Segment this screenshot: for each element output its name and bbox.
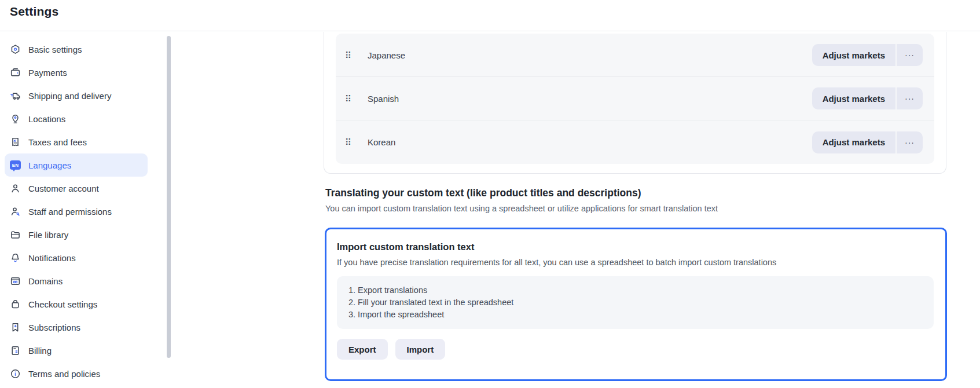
sidebar-item-label: Checkout settings [28, 299, 97, 309]
more-options-button[interactable]: ··· [897, 131, 923, 153]
invoice-icon [10, 345, 21, 356]
import-button[interactable]: Import [395, 339, 446, 360]
import-card-description: If you have precise translation requirem… [337, 258, 934, 267]
sidebar-item-customer-account[interactable]: Customer account [5, 177, 148, 200]
browser-link-icon [10, 276, 21, 287]
page-title: Settings [10, 5, 58, 19]
truck-icon [10, 90, 21, 101]
sidebar-item-label: Subscriptions [28, 323, 80, 332]
import-step-3: 3. Import the spreadsheet [348, 309, 934, 321]
drag-handle-icon[interactable]: ⠿ [345, 138, 357, 147]
wallet-icon [10, 67, 21, 78]
language-name: Japanese [368, 50, 405, 60]
adjust-markets-button[interactable]: Adjust markets [812, 44, 895, 66]
sidebar-item-staff[interactable]: Staff and permissions [5, 200, 148, 223]
page-header: Settings [0, 0, 980, 31]
sidebar-item-label: Domains [28, 276, 63, 286]
sidebar-item-label: Payments [28, 68, 67, 78]
sidebar-item-locations[interactable]: Locations [5, 107, 148, 130]
shopping-bag-icon [10, 299, 21, 310]
sidebar-item-notifications[interactable]: Notifications [5, 246, 148, 269]
sidebar-item-label: Taxes and fees [28, 137, 87, 147]
sidebar-item-subscriptions[interactable]: Subscriptions [5, 316, 148, 339]
sidebar-item-label: Languages [28, 160, 71, 170]
import-steps-box: 1. Export translations 2. Fill your tran… [337, 276, 934, 329]
adjust-markets-button[interactable]: Adjust markets [812, 87, 895, 109]
map-pin-icon [10, 114, 21, 125]
sidebar-item-checkout-settings[interactable]: Checkout settings [5, 292, 148, 316]
sidebar-item-label: Locations [28, 114, 65, 124]
gear-icon [10, 44, 21, 55]
language-bubble-icon: EN [10, 160, 21, 171]
language-name: Spanish [368, 94, 399, 104]
import-step-2: 2. Fill your translated text in the spre… [348, 297, 934, 309]
person-key-icon [10, 206, 21, 217]
person-icon [10, 183, 21, 194]
sidebar-item-terms[interactable]: Terms and policies [5, 362, 148, 385]
language-name: Korean [368, 137, 395, 147]
settings-sidebar: Basic settings Payments Shipping and del… [0, 31, 175, 388]
import-custom-translation-card: Import custom translation text If you ha… [325, 228, 947, 381]
language-row-japanese: ⠿ Japanese Adjust markets ··· [336, 34, 934, 77]
sidebar-item-label: Customer account [28, 184, 99, 193]
sidebar-item-label: Basic settings [28, 45, 82, 54]
sidebar-item-basic-settings[interactable]: Basic settings [5, 38, 148, 61]
section-subtitle: You can import custom translation text u… [325, 204, 718, 213]
info-circle-icon [10, 368, 21, 379]
sidebar-item-label: Billing [28, 346, 52, 356]
sidebar-item-label: Notifications [28, 253, 76, 263]
language-row-korean: ⠿ Korean Adjust markets ··· [336, 120, 934, 164]
import-card-title: Import custom translation text [337, 241, 934, 252]
sidebar-item-label: File library [28, 230, 68, 240]
bookmark-plus-icon [10, 322, 21, 333]
sidebar-item-billing[interactable]: Billing [5, 339, 148, 362]
language-list: ⠿ Japanese Adjust markets ··· ⠿ Spanish … [336, 34, 934, 164]
sidebar-item-label: Shipping and delivery [28, 91, 111, 101]
adjust-markets-button[interactable]: Adjust markets [812, 131, 895, 153]
sidebar-item-shipping[interactable]: Shipping and delivery [5, 84, 148, 107]
drag-handle-icon[interactable]: ⠿ [345, 94, 357, 103]
more-options-button[interactable]: ··· [897, 87, 923, 109]
section-title: Translating your custom text (like produ… [325, 187, 641, 199]
sidebar-item-label: Terms and policies [28, 369, 100, 379]
sidebar-item-payments[interactable]: Payments [5, 61, 148, 84]
language-badge-text: EN [12, 163, 19, 168]
sidebar-item-label: Staff and permissions [28, 207, 112, 217]
more-options-button[interactable]: ··· [897, 44, 923, 66]
import-step-1: 1. Export translations [348, 284, 934, 297]
bell-icon [10, 252, 21, 263]
folder-icon [10, 229, 21, 240]
sidebar-scrollbar[interactable] [167, 36, 171, 358]
languages-card: ⠿ Japanese Adjust markets ··· ⠿ Spanish … [324, 32, 946, 174]
sidebar-item-taxes[interactable]: Taxes and fees [5, 130, 148, 153]
export-button[interactable]: Export [337, 339, 388, 360]
sidebar-item-languages[interactable]: EN Languages [5, 153, 148, 177]
language-row-spanish: ⠿ Spanish Adjust markets ··· [336, 77, 934, 120]
sidebar-item-file-library[interactable]: File library [5, 223, 148, 246]
sidebar-item-domains[interactable]: Domains [5, 269, 148, 292]
drag-handle-icon[interactable]: ⠿ [345, 51, 357, 60]
receipt-icon [10, 137, 21, 148]
